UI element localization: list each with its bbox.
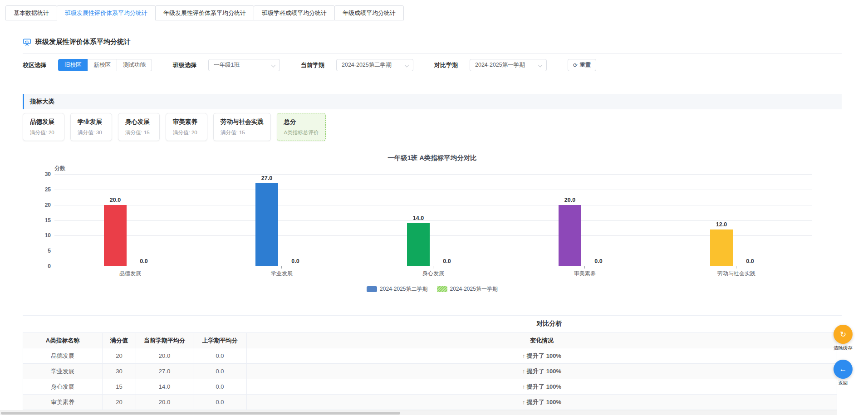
chart-legend: 2024-2025第二学期2024-2025第一学期 [23,285,842,293]
indicator-section-header: 指标大类 [23,94,842,109]
horizontal-scrollbar-thumb[interactable] [1,412,400,415]
tab-年级成绩平均分统计[interactable]: 年级成绩平均分统计 [334,5,404,20]
y-tick-label: 15 [31,217,51,224]
compare-title: 对比分析 [140,320,868,328]
indicator-card-name: 审美素养 [173,118,200,126]
column-header-当前学期平均分: 当前学期平均分 [136,333,193,348]
refresh-icon: ⟳ [573,62,578,68]
bar-2024-2025第二学期[interactable] [255,183,278,266]
bar-value-label: 20.0 [93,197,138,203]
bar-2024-2025第二学期[interactable] [104,205,127,266]
compare-section: 对比分析 A类指标名称满分值当前学期平均分上学期平均分变化情况 品德发展2020… [23,315,842,410]
chart-title: 一年级1班 A类指标平均分对比 [23,154,842,162]
campus-option-新校区[interactable]: 新校区 [88,59,118,71]
page-title-row: 班级发展性评价体系平均分统计 [23,38,842,46]
cell-last-avg: 0.0 [193,379,247,395]
indicator-section-title: 指标大类 [30,98,54,106]
indicator-card-学业发展[interactable]: 学业发展满分值: 30 [70,113,112,141]
indicator-card-max: 满分值: 30 [78,129,105,136]
y-tick-label: 5 [31,248,51,254]
cell-full-score: 30 [103,364,136,379]
indicator-card-劳动与社会实践[interactable]: 劳动与社会实践满分值: 15 [213,113,271,141]
tab-班级学科成绩平均分统计[interactable]: 班级学科成绩平均分统计 [254,5,335,20]
cell-change-status: ↑ 提升了 100% [247,348,837,364]
indicator-card-身心发展[interactable]: 身心发展满分值: 15 [118,113,160,141]
campus-radio-group: 旧校区新校区测试功能 [58,59,152,71]
indicator-card-name: 总分 [284,118,319,126]
cell-full-score: 20 [103,348,136,364]
cell-indicator-name: 身心发展 [23,379,103,395]
category-label: 劳动与社会实践 [661,270,812,278]
tab-班级发展性评价体系平均分统计[interactable]: 班级发展性评价体系平均分统计 [57,5,156,20]
bar-value-label-zero: 0.0 [727,258,773,264]
campus-option-测试功能[interactable]: 测试功能 [117,59,152,71]
tab-基本数据统计[interactable]: 基本数据统计 [5,5,57,20]
indicator-card-name: 品德发展 [30,118,57,126]
legend-label: 2024-2025第二学期 [380,285,427,293]
indicator-card-max: 满分值: 15 [221,129,264,136]
chevron-down-icon [538,63,543,68]
indicator-card-审美素养[interactable]: 审美素养满分值: 20 [166,113,207,141]
page: 基本数据统计班级发展性评价体系平均分统计年级发展性评价体系平均分统计班级学科成绩… [0,0,868,415]
compare-term-select[interactable]: 2024-2025第一学期 [470,59,547,71]
current-term-label: 当前学期 [301,61,324,69]
indicator-card-name: 身心发展 [125,118,152,126]
current-term-select[interactable]: 2024-2025第二学期 [336,59,413,71]
horizontal-scrollbar-track [0,410,837,415]
indicator-card-总分[interactable]: 总分A类指标总评价 [277,113,326,141]
indicator-card-max: 满分值: 15 [125,129,152,136]
category-label: 学业发展 [206,270,358,278]
clear-cache-button[interactable]: ↻ [834,325,853,344]
bar-value-label-zero: 0.0 [273,258,318,264]
cell-current-avg: 20.0 [136,348,193,364]
y-tick-label: 20 [31,202,51,208]
table-row-审美素养[interactable]: 审美素养2020.00.0↑ 提升了 100% [23,395,837,410]
indicator-card-品德发展[interactable]: 品德发展满分值: 20 [23,113,64,141]
cell-last-avg: 0.0 [193,348,247,364]
bar-group-身心发展: 14.00.0身心发展 [358,174,509,266]
legend-item-2024-2025第一学期[interactable]: 2024-2025第一学期 [437,285,498,293]
content-area: 班级发展性评价体系平均分统计 校区选择 旧校区新校区测试功能 班级选择 一年级1… [0,38,868,410]
category-label: 品德发展 [54,270,206,278]
y-tick-label: 10 [31,232,51,239]
cell-last-avg: 0.0 [193,395,247,410]
column-header-上学期平均分: 上学期平均分 [193,333,247,348]
cell-full-score: 20 [103,395,136,410]
bar-chart: 一年级1班 A类指标平均分对比 分数 20.00.0品德发展27.00.0学业发… [23,151,842,301]
page-title: 班级发展性评价体系平均分统计 [35,38,131,46]
back-button[interactable]: ← [834,360,853,379]
reset-button[interactable]: ⟳ 重置 [568,59,596,71]
cell-current-avg: 14.0 [136,379,193,395]
x-axis-tick [736,266,736,269]
column-header-变化情况: 变化情况 [247,333,837,348]
clear-cache-float: ↻ 清除缓存 [827,325,859,352]
legend-label: 2024-2025第一学期 [450,285,498,293]
bar-value-label: 20.0 [547,197,593,203]
compare-term-label: 对比学期 [434,61,458,69]
bar-value-label-zero: 0.0 [424,258,470,264]
board-chart-icon [23,38,31,46]
bar-group-审美素养: 20.00.0审美素养 [509,174,661,266]
bar-value-label: 27.0 [244,175,289,181]
table-header-row: A类指标名称满分值当前学期平均分上学期平均分变化情况 [23,333,837,348]
table-row-品德发展[interactable]: 品德发展2020.00.0↑ 提升了 100% [23,348,837,364]
filter-row: 校区选择 旧校区新校区测试功能 班级选择 一年级1班 当前学期 2024-202… [23,59,842,71]
cell-current-avg: 20.0 [136,395,193,410]
table-row-身心发展[interactable]: 身心发展1514.00.0↑ 提升了 100% [23,379,837,395]
class-select[interactable]: 一年级1班 [208,59,280,71]
bar-group-品德发展: 20.00.0品德发展 [54,174,206,266]
compare-table: A类指标名称满分值当前学期平均分上学期平均分变化情况 品德发展2020.00.0… [23,332,837,410]
class-select-label: 班级选择 [173,61,196,69]
campus-option-旧校区[interactable]: 旧校区 [58,59,88,71]
category-label: 审美素养 [509,270,661,278]
title-divider [23,53,842,54]
legend-item-2024-2025第二学期[interactable]: 2024-2025第二学期 [367,285,427,293]
chevron-down-icon [271,63,276,68]
cell-last-avg: 0.0 [193,364,247,379]
bar-2024-2025第二学期[interactable] [559,205,581,266]
indicator-card-max: 满分值: 20 [173,129,200,136]
tab-年级发展性评价体系平均分统计[interactable]: 年级发展性评价体系平均分统计 [155,5,254,20]
bar-value-label: 12.0 [699,221,744,228]
table-row-学业发展[interactable]: 学业发展3027.00.0↑ 提升了 100% [23,364,837,379]
y-tick-label: 0 [31,263,51,269]
